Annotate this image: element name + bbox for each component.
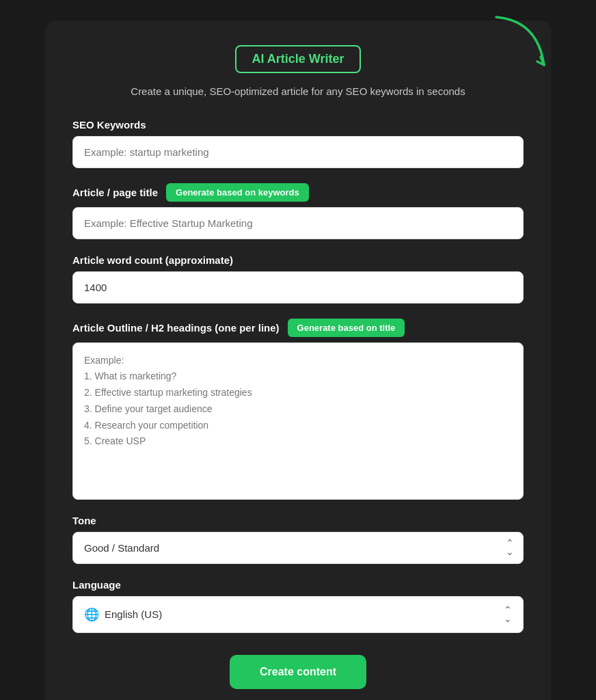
page-subtitle: Create a unique, SEO-optimized article f… bbox=[131, 84, 465, 100]
page-title-badge: AI Article Writer bbox=[235, 45, 360, 73]
main-container: AI Article Writer Create a unique, SEO-o… bbox=[45, 21, 551, 700]
word-count-input[interactable] bbox=[72, 271, 524, 304]
seo-keywords-label: SEO Keywords bbox=[72, 119, 146, 131]
language-group: Language 🌐 English (US) bbox=[72, 579, 524, 633]
header-section: AI Article Writer Create a unique, SEO-o… bbox=[72, 45, 524, 100]
globe-icon: 🌐 bbox=[84, 607, 99, 622]
language-select-row[interactable]: 🌐 English (US) bbox=[72, 596, 524, 633]
article-title-label: Article / page title bbox=[72, 187, 158, 198]
outline-label-row: Article Outline / H2 headings (one per l… bbox=[72, 319, 524, 337]
generate-outline-button[interactable]: Generate based on title bbox=[288, 319, 405, 337]
tone-label: Tone bbox=[72, 515, 96, 526]
tone-label-row: Tone bbox=[72, 515, 524, 526]
form-section: SEO Keywords Article / page title Genera… bbox=[72, 119, 524, 689]
word-count-label: Article word count (approximate) bbox=[72, 254, 233, 266]
seo-keywords-label-row: SEO Keywords bbox=[72, 119, 524, 131]
seo-keywords-group: SEO Keywords bbox=[72, 119, 524, 168]
language-label-row: Language bbox=[72, 579, 524, 591]
word-count-group: Article word count (approximate) bbox=[72, 254, 524, 304]
article-title-label-row: Article / page title Generate based on k… bbox=[72, 183, 524, 202]
article-title-input[interactable] bbox=[72, 207, 524, 239]
article-title-group: Article / page title Generate based on k… bbox=[72, 183, 524, 239]
language-label: Language bbox=[72, 579, 121, 591]
tone-select[interactable]: Good / Standard Professional Casual Form… bbox=[72, 532, 524, 564]
outline-textarea[interactable] bbox=[72, 342, 524, 500]
seo-keywords-input[interactable] bbox=[72, 136, 524, 168]
word-count-label-row: Article word count (approximate) bbox=[72, 254, 524, 266]
language-value: English (US) bbox=[105, 608, 498, 620]
outline-label: Article Outline / H2 headings (one per l… bbox=[72, 322, 280, 334]
generate-title-button[interactable]: Generate based on keywords bbox=[166, 183, 309, 202]
language-select-wrapper: 🌐 English (US) bbox=[72, 596, 524, 633]
language-chevron-icon bbox=[504, 606, 512, 623]
outline-group: Article Outline / H2 headings (one per l… bbox=[72, 319, 524, 500]
tone-group: Tone Good / Standard Professional Casual… bbox=[72, 515, 524, 564]
create-content-button[interactable]: Create content bbox=[230, 655, 366, 689]
tone-select-wrapper: Good / Standard Professional Casual Form… bbox=[72, 532, 524, 564]
